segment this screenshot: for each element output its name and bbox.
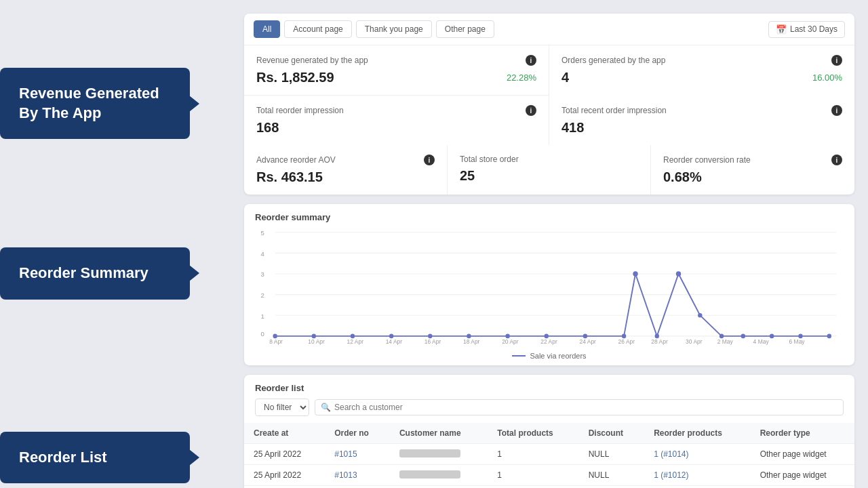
- cell-customer-name: BLURRED: [390, 444, 488, 465]
- label-reorder-list-text: Reorder List: [19, 449, 107, 466]
- tab-thank-you-page[interactable]: Thank you page: [356, 20, 432, 38]
- stat-aov-values: Rs. 463.15: [256, 169, 435, 185]
- tab-account-page[interactable]: Account page: [284, 20, 351, 38]
- stat-aov-label: Advance reorder AOV: [256, 155, 336, 165]
- svg-text:2 May: 2 May: [717, 338, 734, 345]
- date-filter-label: Last 30 Days: [790, 24, 837, 34]
- svg-text:22 Apr: 22 Apr: [540, 338, 557, 345]
- stat-cr-value: 0.68%: [663, 169, 702, 185]
- cell-reorder-type: Other page widget: [751, 444, 854, 465]
- stat-tri-info[interactable]: i: [526, 105, 536, 116]
- stat-orders-info[interactable]: i: [831, 55, 842, 66]
- cell-order-no[interactable]: #1013: [325, 465, 390, 486]
- chart-legend-label: Sale via reorders: [530, 352, 586, 360]
- stat-orders: Orders generated by the app i 4 16.00%: [549, 45, 854, 96]
- cell-create-at: 25 April 2022: [244, 486, 325, 489]
- label-revenue-text: Revenue Generated By The App: [19, 85, 159, 121]
- svg-text:30 Apr: 30 Apr: [686, 338, 703, 345]
- search-icon: 🔍: [321, 403, 331, 412]
- cell-discount: NULL: [579, 465, 645, 486]
- svg-point-22: [633, 271, 637, 277]
- chart-card: Reorder summary 5 4 3 2 1 0: [244, 204, 854, 365]
- svg-text:16 Apr: 16 Apr: [425, 338, 441, 345]
- cell-reorder-products[interactable]: 1 (#1014): [644, 444, 751, 465]
- stat-tso-header: Total store order: [460, 155, 638, 164]
- col-create-at: Create at: [244, 423, 325, 444]
- stat-aov-header: Advance reorder AOV i: [256, 155, 435, 165]
- svg-text:6 May: 6 May: [789, 338, 806, 345]
- svg-point-27: [741, 334, 745, 339]
- svg-point-25: [698, 313, 702, 318]
- svg-text:20 Apr: 20 Apr: [502, 338, 519, 345]
- cell-discount: NULL: [579, 486, 645, 489]
- stat-revenue-label: Revenue generated by the app: [256, 56, 368, 65]
- stat-aov-value: Rs. 463.15: [256, 169, 323, 185]
- col-order-no: Order no: [325, 423, 390, 444]
- content-column: All Account page Thank you page Other pa…: [244, 14, 868, 488]
- label-reorder-summary-text: Reorder Summary: [19, 264, 149, 281]
- table-row: 25 April 2022 #1015 BLURRED 1 NULL 1 (#1…: [244, 444, 854, 465]
- col-reorder-type: Reorder type: [751, 423, 854, 444]
- svg-text:12 Apr: 12 Apr: [347, 338, 363, 345]
- chart-title: Reorder summary: [244, 204, 854, 226]
- stat-orders-label: Orders generated by the app: [561, 56, 665, 65]
- tab-all[interactable]: All: [254, 20, 280, 38]
- stat-tso-label: Total store order: [460, 155, 519, 164]
- stat-cr-info[interactable]: i: [831, 155, 842, 165]
- stat-cr-values: 0.68%: [663, 169, 842, 185]
- svg-text:24 Apr: 24 Apr: [579, 338, 596, 345]
- svg-text:8 Apr: 8 Apr: [269, 338, 283, 345]
- cell-total-products: 1: [488, 465, 578, 486]
- stat-revenue: Revenue generated by the app i Rs. 1,852…: [244, 45, 549, 96]
- search-box: 🔍: [315, 399, 844, 415]
- tab-other-page[interactable]: Other page: [436, 20, 494, 38]
- stat-orders-values: 4 16.00%: [561, 70, 842, 85]
- stat-revenue-values: Rs. 1,852.59 22.28%: [256, 70, 536, 85]
- stat-troi-value: 418: [561, 120, 584, 136]
- stat-troi-info[interactable]: i: [831, 105, 842, 116]
- stat-total-recent-impression: Total recent order impression i 418: [549, 96, 854, 145]
- svg-text:5: 5: [260, 229, 264, 237]
- filter-select[interactable]: No filter: [255, 399, 309, 416]
- cell-reorder-products[interactable]: 1 (#1010): [644, 486, 751, 489]
- stat-troi-values: 418: [561, 120, 842, 136]
- label-revenue: Revenue Generated By The App: [0, 68, 190, 139]
- svg-text:28 Apr: 28 Apr: [651, 338, 668, 345]
- stat-aov-info[interactable]: i: [424, 155, 435, 165]
- tabs-row: All Account page Thank you page Other pa…: [244, 14, 854, 45]
- date-filter[interactable]: 📅 Last 30 Days: [768, 21, 845, 38]
- label-reorder-list: Reorder List: [0, 432, 190, 484]
- svg-text:14 Apr: 14 Apr: [386, 338, 403, 345]
- col-customer-name: Customer name: [390, 423, 488, 444]
- svg-text:1: 1: [260, 312, 264, 319]
- svg-text:0: 0: [260, 330, 264, 338]
- calendar-icon: 📅: [776, 24, 787, 35]
- chart-area: 5 4 3 2 1 0: [244, 226, 854, 352]
- label-reorder-summary: Reorder Summary: [0, 247, 190, 300]
- table-body: 25 April 2022 #1015 BLURRED 1 NULL 1 (#1…: [244, 444, 854, 489]
- stat-total-store-order: Total store order 25: [448, 145, 651, 195]
- stat-revenue-header: Revenue generated by the app i: [256, 55, 536, 66]
- stat-revenue-change: 22.28%: [507, 73, 536, 83]
- cell-order-no[interactable]: #1012: [325, 486, 390, 489]
- stat-advance-aov: Advance reorder AOV i Rs. 463.15: [244, 145, 448, 195]
- svg-point-24: [676, 271, 681, 277]
- svg-text:3: 3: [260, 270, 264, 278]
- stats-grid-2col: Revenue generated by the app i Rs. 1,852…: [244, 45, 854, 145]
- svg-text:26 Apr: 26 Apr: [618, 338, 635, 345]
- cell-reorder-type: Whole order: [751, 486, 854, 489]
- cell-order-no[interactable]: #1015: [325, 444, 390, 465]
- search-input[interactable]: [334, 403, 837, 412]
- stat-conversion-rate: Reorder conversion rate i 0.68%: [651, 145, 854, 195]
- stats-card: All Account page Thank you page Other pa…: [244, 14, 854, 195]
- col-total-products: Total products: [488, 423, 578, 444]
- stat-cr-header: Reorder conversion rate i: [663, 155, 842, 165]
- svg-point-28: [770, 334, 774, 339]
- svg-text:4 May: 4 May: [753, 338, 770, 345]
- svg-text:2: 2: [260, 291, 264, 299]
- cell-reorder-products[interactable]: 1 (#1012): [644, 465, 751, 486]
- stat-revenue-info[interactable]: i: [526, 55, 536, 66]
- stat-tri-label: Total reorder impression: [256, 106, 344, 115]
- stat-troi-header: Total recent order impression i: [561, 105, 842, 116]
- list-filters: No filter 🔍: [244, 399, 854, 423]
